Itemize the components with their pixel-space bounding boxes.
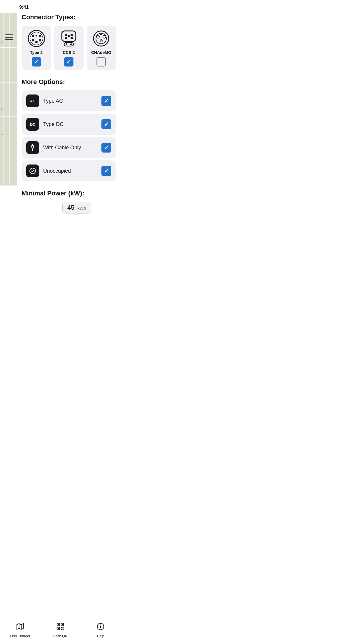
plug-icon: [29, 144, 36, 151]
svg-point-0: [28, 30, 45, 47]
unoccupied-checkbox[interactable]: ✓: [101, 166, 111, 176]
svg-point-13: [68, 35, 70, 37]
chademo-icon: [92, 29, 110, 48]
svg-point-7: [36, 35, 37, 36]
ccs2-icon: [59, 29, 78, 48]
svg-point-2: [32, 35, 34, 37]
connector-card-type2[interactable]: Type 2 ✓: [22, 26, 51, 70]
option-row-type-dc[interactable]: DC Type DC ✓: [22, 114, 116, 135]
type-ac-checkbox[interactable]: ✓: [101, 96, 111, 106]
connector-cards-container: Type 2 ✓ CCS 2 ✓: [22, 26, 116, 70]
connector-checkbox-ccs2[interactable]: ✓: [64, 57, 73, 66]
connector-card-ccs2[interactable]: CCS 2 ✓: [54, 26, 83, 70]
svg-point-25: [32, 149, 33, 150]
connector-name-type2: Type 2: [30, 50, 43, 55]
options-list: AC Type AC ✓ DC Type DC ✓: [22, 90, 116, 181]
checkmark-ccs2: ✓: [66, 59, 71, 65]
cable-only-checkbox[interactable]: ✓: [101, 143, 111, 153]
svg-point-24: [100, 34, 102, 35]
svg-point-12: [71, 37, 73, 39]
power-tooltip: 45 kWh: [62, 202, 91, 214]
type-ac-checkmark: ✓: [104, 97, 109, 104]
more-options-title: More Options:: [22, 78, 116, 86]
status-time: 9:41: [19, 5, 116, 10]
type-dc-icon-wrap: DC: [26, 118, 39, 131]
type-ac-label: Type AC: [43, 98, 101, 104]
svg-point-9: [65, 34, 67, 36]
connector-name-ccs2: CCS 2: [63, 50, 75, 55]
power-section: Minimal Power (kW): 45 kWh: [22, 190, 116, 215]
power-unit: kWh: [78, 206, 86, 211]
svg-point-3: [39, 35, 41, 37]
type2-icon: [27, 29, 46, 48]
svg-point-19: [96, 35, 99, 38]
connector-checkbox-type2[interactable]: ✓: [32, 57, 41, 66]
type-dc-checkmark: ✓: [104, 121, 109, 128]
power-section-title: Minimal Power (kW):: [22, 190, 116, 197]
cable-only-icon-wrap: [26, 141, 39, 154]
option-row-unoccupied[interactable]: Unoccupied ✓: [22, 160, 116, 181]
type-ac-icon: AC: [30, 99, 35, 103]
checkmark-type2: ✓: [34, 59, 38, 65]
svg-point-10: [71, 34, 73, 36]
cable-only-label: With Cable Only: [43, 145, 101, 151]
connector-card-chademo[interactable]: CHAdeMO: [87, 26, 116, 70]
option-row-cable-only[interactable]: With Cable Only ✓: [22, 137, 116, 158]
hamburger-menu[interactable]: [3, 32, 15, 42]
main-panel: 9:41 Connector Types: Type 2 ✓: [17, 0, 121, 215]
type-dc-checkbox[interactable]: ✓: [101, 119, 111, 129]
check-circle-icon: [29, 167, 36, 175]
svg-point-15: [66, 43, 67, 45]
power-value: 45: [67, 204, 74, 211]
svg-point-4: [32, 39, 34, 41]
cable-only-checkmark: ✓: [104, 144, 109, 151]
option-row-type-ac[interactable]: AC Type AC ✓: [22, 90, 116, 111]
svg-point-20: [103, 35, 106, 38]
svg-point-6: [35, 41, 38, 43]
unoccupied-checkmark: ✓: [104, 167, 109, 174]
svg-rect-14: [64, 43, 73, 46]
svg-point-5: [39, 39, 41, 41]
connector-section-title: Connector Types:: [22, 13, 116, 21]
svg-point-16: [70, 43, 72, 45]
svg-point-26: [30, 168, 36, 174]
unoccupied-label: Unoccupied: [43, 168, 101, 174]
type-ac-icon-wrap: AC: [26, 94, 39, 107]
connector-name-chademo: CHAdeMO: [91, 50, 111, 55]
type-dc-label: Type DC: [43, 121, 101, 127]
unoccupied-icon-wrap: [26, 164, 39, 177]
connector-checkbox-chademo[interactable]: [96, 57, 106, 66]
type-dc-icon: DC: [30, 122, 35, 127]
svg-point-11: [65, 37, 67, 39]
